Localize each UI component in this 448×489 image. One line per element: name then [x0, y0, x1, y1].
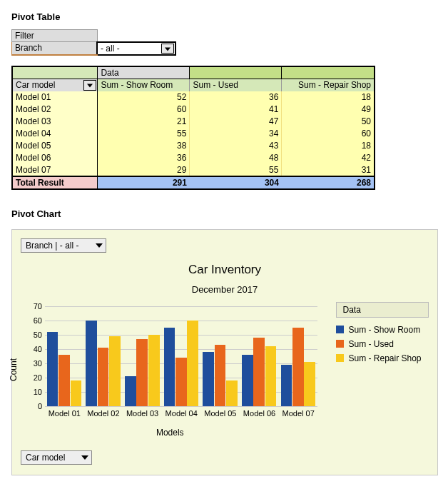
table-row: Model 06364842 [13, 152, 374, 164]
pivot-row-label: Model 01 [13, 91, 98, 104]
chart-bar [187, 321, 198, 406]
y-tick-label: 70 [29, 302, 42, 311]
chart-filter-combo[interactable]: Branch | - all - [21, 238, 106, 253]
legend-swatch [336, 326, 344, 333]
table-row: Model 04553460 [13, 128, 374, 140]
legend-item: Sum - Repair Shop [336, 353, 429, 363]
legend-label: Sum - Used [348, 339, 393, 349]
pivot-corner [13, 67, 98, 79]
chart-bar [281, 365, 292, 406]
pivot-cell: 31 [282, 164, 374, 176]
chart-subtitle: December 2017 [21, 284, 429, 295]
pivot-cell: 60 [98, 104, 190, 116]
y-tick-label: 30 [29, 359, 42, 368]
x-tick-label: Model 01 [49, 406, 81, 418]
grid-line [45, 306, 317, 307]
dropdown-button[interactable] [161, 44, 174, 54]
chart-bar [226, 380, 238, 406]
pivot-cell: 18 [282, 91, 374, 104]
pivot-table: Data Car model Sum - Show Room Sum - Use… [11, 66, 375, 190]
chevron-down-icon [96, 243, 103, 248]
chart-bar [164, 328, 175, 406]
chart-legend: Data Sum - Show RoomSum - UsedSum - Repa… [336, 302, 429, 368]
table-row: Model 07295531 [13, 164, 374, 176]
pivot-col-header: Sum - Used [190, 79, 282, 91]
pivot-cell: 50 [282, 116, 374, 128]
chart-bar [253, 338, 265, 406]
pivot-cell: 48 [190, 152, 282, 164]
pivot-cell: 52 [98, 91, 190, 104]
pivot-total-value: 268 [282, 176, 374, 188]
chart-bar [109, 336, 121, 406]
pivot-row-label: Model 04 [13, 128, 98, 140]
pivot-row-label: Model 02 [13, 104, 98, 116]
x-tick-label: Model 07 [282, 406, 315, 418]
pivot-cell: 29 [98, 164, 190, 176]
pivot-cell: 55 [98, 128, 190, 140]
table-row: Model 02604149 [13, 104, 374, 116]
svg-marker-2 [96, 243, 103, 248]
pivot-cell: 41 [190, 104, 282, 116]
chart-bar [47, 332, 58, 406]
chart-bar [71, 380, 82, 406]
pivot-header-spacer [190, 67, 282, 79]
pivot-dim-dropdown[interactable] [83, 80, 96, 91]
chart-dim-combo-label: Car model [26, 453, 65, 463]
pivot-total-label: Total Result [13, 176, 98, 188]
chart-dim-combo[interactable]: Car model [21, 450, 92, 465]
y-tick-label: 60 [29, 316, 42, 325]
chart-bar [86, 321, 97, 406]
chart-bar [215, 345, 226, 406]
chart-bar [203, 352, 214, 406]
pivot-total-value: 291 [98, 176, 190, 188]
pivot-row-label: Model 07 [13, 164, 98, 176]
pivot-col-header: Sum - Repair Shop [282, 79, 374, 91]
chart-bar [136, 339, 148, 406]
chart-plot-area: Count 010203040506070Model 01Model 02Mod… [21, 302, 319, 438]
y-tick-label: 20 [29, 373, 42, 382]
x-tick-label: Model 06 [243, 406, 275, 418]
pivot-table-title: Pivot Table [11, 11, 439, 22]
chart-bar [292, 328, 304, 406]
pivot-cell: 47 [190, 116, 282, 128]
pivot-row-label: Model 03 [13, 116, 98, 128]
pivot-data-label: Data [98, 67, 190, 79]
pivot-cell: 36 [98, 152, 190, 164]
legend-label: Sum - Repair Shop [348, 353, 421, 363]
pivot-cell: 60 [282, 128, 374, 140]
filter-field-label: Branch [12, 42, 98, 55]
chevron-down-icon [81, 455, 88, 460]
chart-bar [98, 348, 109, 406]
y-tick-label: 50 [29, 331, 42, 339]
pivot-col-header: Sum - Show Room [98, 79, 190, 91]
legend-item: Sum - Show Room [336, 325, 429, 335]
filter-header: Filter [12, 30, 98, 42]
pivot-chart-title: Pivot Chart [11, 208, 439, 219]
svg-marker-3 [81, 455, 88, 460]
table-row: Model 01523618 [13, 91, 374, 104]
pivot-dim-header[interactable]: Car model [13, 79, 98, 91]
chart-legend-title: Data [336, 302, 429, 318]
pivot-cell: 34 [190, 128, 282, 140]
y-tick-label: 10 [29, 388, 42, 396]
x-tick-label: Model 05 [204, 406, 236, 418]
chart-bar [125, 376, 136, 406]
table-row: Model 03214750 [13, 116, 374, 128]
pivot-cell: 36 [190, 91, 282, 104]
y-tick-label: 0 [29, 402, 42, 410]
pivot-cell: 21 [98, 116, 190, 128]
chart-bar [148, 335, 160, 406]
pivot-row-label: Model 06 [13, 152, 98, 164]
chart-y-axis-label: Count [9, 358, 19, 380]
chart-bar [304, 362, 315, 406]
table-row: Model 05384318 [13, 140, 374, 152]
filter-value-dropdown[interactable]: - all - [97, 42, 175, 55]
chevron-down-icon [165, 44, 170, 54]
x-tick-label: Model 03 [126, 406, 158, 418]
chart-x-axis-label: Models [156, 428, 184, 438]
pivot-header-spacer [282, 67, 374, 79]
chart-bar [242, 355, 253, 406]
legend-item: Sum - Used [336, 339, 429, 349]
pivot-cell: 43 [190, 140, 282, 152]
x-tick-label: Model 04 [166, 406, 198, 418]
